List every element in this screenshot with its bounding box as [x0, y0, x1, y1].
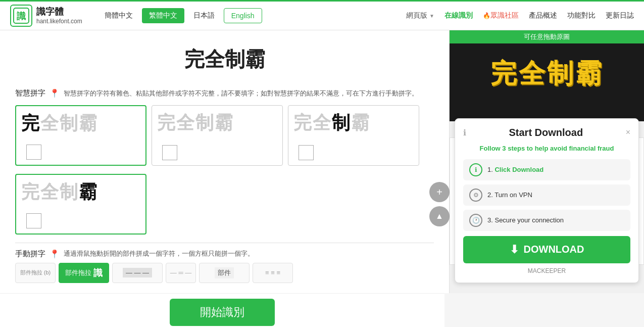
nav-community[interactable]: 眾識社區	[483, 11, 519, 20]
pinyin-checkbox-4[interactable]	[26, 213, 41, 228]
right-sidebar: 可任意拖動原圖 完全制霸 文字 動圖 視頻 拼 字 ‹ 拼 › 中	[450, 30, 644, 293]
web-version-selector[interactable]: 網頁版 ▼	[406, 11, 434, 20]
hint-icon: 📍	[49, 88, 60, 98]
dropdown-arrow-icon: ▼	[429, 13, 434, 19]
download-icon: ⬇	[510, 243, 519, 256]
part-card-4[interactable]: 部件	[199, 263, 250, 283]
popup-close-btn[interactable]: ×	[626, 128, 630, 137]
smart-pinyin-hint: 智慧拼字的字符有雜色、粘貼其他部件或字符不完整，請不要填字；如對智慧拼字的結果不…	[64, 88, 418, 99]
part-card-label: 部件拖拉 (b)	[15, 263, 56, 283]
pinyin-checkbox-1[interactable]	[26, 145, 41, 160]
lang-japanese[interactable]: 日本語	[186, 8, 222, 23]
pinyin-text-3: 完全制霸	[293, 111, 414, 135]
float-btns: + ▲	[429, 182, 450, 226]
download-button[interactable]: ⬇ DOWNLOAD	[463, 236, 630, 263]
popup-title: Start Download	[466, 127, 626, 138]
nav-online-recognize[interactable]: 在線識別	[444, 11, 473, 20]
part-card-active[interactable]: 部件拖拉 識	[59, 263, 109, 283]
smart-pinyin-section: 智慧拼字 📍 智慧拼字的字符有雜色、粘貼其他部件或字符不完整，請不要填字；如對智…	[15, 88, 434, 99]
ad-big-text: 完全制霸	[490, 56, 604, 91]
pinyin-text-2: 完全制霸	[157, 111, 277, 135]
pinyin-card-3[interactable]: 完全制霸	[288, 105, 419, 166]
step-2-icon: ⚙	[469, 189, 482, 202]
download-popup: ℹ Start Download × Follow 3 steps to hel…	[455, 118, 639, 283]
smart-pinyin-grid: 完全制霸 完全制霸 完全制霸	[15, 105, 434, 166]
part-card-2[interactable]: — — —	[112, 263, 163, 283]
popup-step-3: 🕐 3. Secure your connection	[463, 210, 630, 231]
float-add-btn[interactable]: +	[429, 182, 450, 202]
manual-pinyin-label: 手動拼字	[15, 249, 45, 259]
pinyin-card-1[interactable]: 完全制霸	[15, 105, 146, 166]
header-right: 網頁版 ▼ 在線識別 眾識社區 產品概述 功能對比 更新日誌	[406, 11, 634, 20]
part-card-3[interactable]: — ═ —	[166, 263, 196, 283]
step-1-text: 1. Click Download	[487, 166, 543, 173]
manual-pinyin-hint: 通過滑鼠拖動折開的部件拼成一個字符，一個方框只能拼一個字。	[64, 249, 254, 258]
smart-pinyin-label: 智慧拼字	[15, 88, 45, 98]
nav-langs: 簡體中文 繁體中文 日本語 English	[97, 8, 262, 23]
part-card-5[interactable]: ≡ ≡ ≡	[253, 263, 293, 283]
manual-pinyin-section: 手動拼字 📍 通過滑鼠拖動折開的部件拼成一個字符，一個方框只能拼一個字。	[15, 249, 434, 259]
popup-subtitle: Follow 3 steps to help avoid financial f…	[463, 145, 630, 152]
ad-banner-main: 完全制霸	[450, 43, 644, 104]
logo: 識 識字體 hant.likefont.com	[10, 5, 82, 27]
section-divider	[15, 243, 434, 243]
step-3-text: 3. Secure your connection	[487, 216, 564, 224]
content-area: 完全制霸 智慧拼字 📍 智慧拼字的字符有雜色、粘貼其他部件或字符不完整，請不要填…	[0, 30, 644, 293]
manual-parts-row: 部件拖拉 (b) 部件拖拉 識 — — — — ═ — 部件 ≡ ≡ ≡	[15, 263, 434, 283]
ad-banner-top: 可任意拖動原圖	[450, 30, 644, 43]
popup-step-2: ⚙ 2. Turn on VPN	[463, 184, 630, 206]
page-title: 完全制霸	[15, 40, 434, 78]
float-up-btn[interactable]: ▲	[429, 206, 450, 226]
click-download-link[interactable]: Click Download	[494, 166, 543, 173]
pinyin-card-2[interactable]: 完全制霸	[152, 105, 283, 166]
lang-simplified[interactable]: 簡體中文	[97, 8, 140, 23]
ad-banner: 可任意拖動原圖 完全制霸	[450, 30, 644, 121]
nav-updates[interactable]: 更新日誌	[606, 11, 634, 20]
popup-step-1: ℹ 1. Click Download	[463, 159, 630, 180]
step-2-text: 2. Turn on VPN	[487, 191, 532, 199]
step-3-icon: 🕐	[469, 214, 482, 227]
start-btn-container: 開始識別	[0, 293, 444, 327]
svg-text:識: 識	[17, 11, 26, 21]
logo-text: 識字體 hant.likefont.com	[36, 7, 82, 25]
header: 識 識字體 hant.likefont.com 簡體中文 繁體中文 日本語 En…	[0, 0, 644, 30]
step-1-icon: ℹ	[469, 163, 482, 176]
pinyin-card-row2: 完全制霸	[15, 174, 434, 235]
logo-icon: 識	[10, 5, 32, 27]
mackeeper-brand: MACKEEPER	[463, 267, 630, 274]
main-wrapper: 完全制霸 智慧拼字 📍 智慧拼字的字符有雜色、粘貼其他部件或字符不完整，請不要填…	[0, 30, 644, 327]
lang-english[interactable]: English	[224, 8, 262, 23]
manual-hint-icon: 📍	[49, 249, 60, 259]
start-recognize-button[interactable]: 開始識別	[170, 299, 275, 326]
download-btn-label: DOWNLOAD	[524, 244, 584, 255]
nav-product[interactable]: 產品概述	[529, 11, 557, 20]
left-content: 完全制霸 智慧拼字 📍 智慧拼字的字符有雜色、粘貼其他部件或字符不完整，請不要填…	[0, 30, 450, 293]
pinyin-text-4: 完全制霸	[21, 180, 140, 205]
pinyin-text-1: 完全制霸	[21, 111, 140, 136]
pinyin-checkbox-3[interactable]	[299, 145, 314, 160]
nav-compare[interactable]: 功能對比	[567, 11, 596, 20]
pinyin-checkbox-2[interactable]	[162, 145, 177, 160]
pinyin-card-4[interactable]: 完全制霸	[15, 174, 146, 235]
lang-traditional[interactable]: 繁體中文	[142, 8, 184, 23]
popup-header: ℹ Start Download ×	[463, 127, 630, 138]
